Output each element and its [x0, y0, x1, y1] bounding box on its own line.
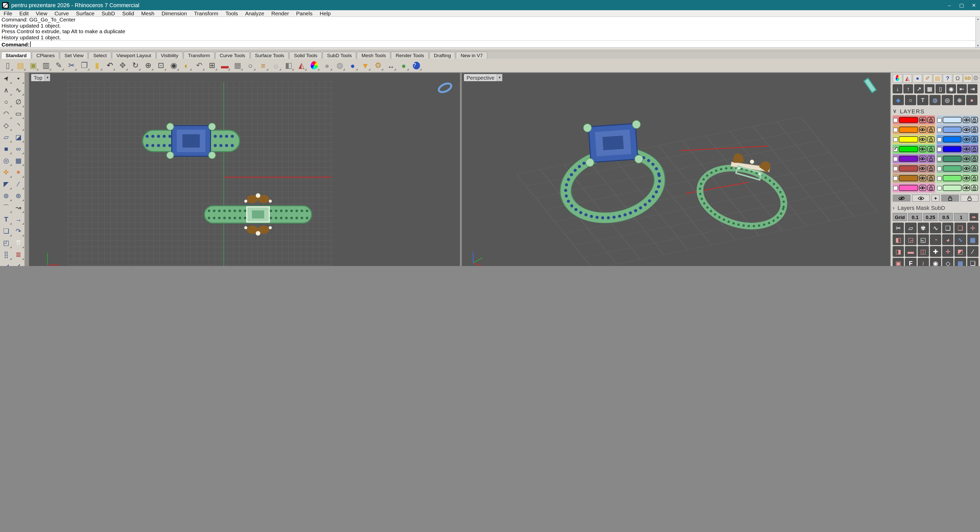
layer-lock-icon[interactable]: [927, 185, 934, 191]
layer-color-swatch[interactable]: [899, 175, 918, 181]
quarters-icon[interactable]: ◩: [955, 246, 966, 257]
viewport-perspective[interactable]: Perspective▼: [461, 73, 891, 266]
quad-sphere-icon[interactable]: ◇: [942, 258, 954, 266]
layer-lock-icon[interactable]: [971, 156, 978, 162]
layer-checkbox[interactable]: [893, 118, 898, 122]
grid-size-button[interactable]: 1: [954, 213, 968, 221]
layer-color-swatch[interactable]: [899, 117, 918, 123]
pan-icon[interactable]: ✥: [116, 59, 129, 71]
layer-checkbox[interactable]: [937, 147, 942, 151]
document-icon[interactable]: ▯: [935, 84, 945, 94]
tiles-icon[interactable]: ◧: [892, 234, 904, 245]
layers-mask-subd-section[interactable]: › Layers Mask SubD: [892, 205, 978, 211]
circle-icon[interactable]: ○: [0, 96, 12, 108]
toolbar-tab[interactable]: Solid Tools: [290, 52, 322, 59]
panel-gear-icon[interactable]: ⚙: [973, 74, 979, 81]
layer-lock-icon[interactable]: [971, 165, 978, 172]
paste-icon[interactable]: ▮: [91, 59, 103, 71]
layer-checkbox[interactable]: [893, 186, 898, 190]
boolean-intersect-icon[interactable]: ⊚: [0, 190, 12, 202]
toolbar-tab[interactable]: Select: [89, 52, 111, 59]
layer-row[interactable]: [936, 135, 978, 144]
spotlight-icon[interactable]: ▼: [359, 59, 371, 71]
material-sphere-icon[interactable]: ●: [913, 74, 922, 82]
layer-row[interactable]: [936, 183, 978, 192]
rotate-view-icon[interactable]: ↻: [129, 59, 142, 71]
boolean-difference-icon[interactable]: ⊛: [12, 190, 24, 202]
rendered-photo-icon[interactable]: ●: [398, 59, 410, 71]
split-icon[interactable]: ∕: [12, 178, 24, 190]
layer-eye-icon[interactable]: [919, 146, 926, 152]
color-wheel-icon[interactable]: ●: [308, 59, 320, 71]
layer-row[interactable]: [892, 145, 935, 154]
viewport-label-top[interactable]: Top▼: [31, 74, 50, 81]
layer-row[interactable]: [892, 164, 935, 173]
help-window-icon[interactable]: ?: [943, 74, 952, 82]
new-file-icon[interactable]: ▯: [2, 59, 14, 71]
toolbar-tab[interactable]: Surface Tools: [250, 52, 289, 59]
layer-lock-icon[interactable]: [927, 175, 934, 181]
show-all-layers-button[interactable]: [912, 195, 930, 202]
undo-view-icon[interactable]: ↶: [193, 59, 205, 71]
dimension-icon[interactable]: ↔: [385, 59, 397, 71]
menu-item[interactable]: Analyze: [242, 10, 268, 16]
toolbar-tab[interactable]: Viewport Layout: [112, 52, 156, 59]
layer-color-swatch[interactable]: [942, 165, 962, 172]
layer-row[interactable]: [936, 145, 978, 154]
layer-row[interactable]: [936, 164, 978, 173]
layer-eye-icon[interactable]: [919, 185, 926, 191]
image-icon[interactable]: ▦: [925, 84, 934, 94]
lock-icon[interactable]: ◧: [283, 59, 295, 71]
cut-tool-icon[interactable]: ✂: [892, 222, 904, 233]
zoom-window-icon[interactable]: ⊡: [155, 59, 167, 71]
viewport-label-perspective[interactable]: Perspective▼: [464, 74, 502, 81]
toolbar-tab[interactable]: New in V7: [456, 52, 487, 59]
annotate-icon[interactable]: ✎: [52, 59, 65, 71]
close-button[interactable]: ✕: [968, 0, 980, 10]
half-left-icon[interactable]: ◨: [892, 246, 904, 257]
zoom-selection-icon[interactable]: ◎: [942, 95, 953, 105]
layer-lock-icon[interactable]: [927, 136, 934, 143]
quad-icon[interactable]: ◱: [917, 234, 929, 245]
prev-icon[interactable]: ⇤: [957, 84, 967, 94]
zoom-dynamic-icon[interactable]: ⊕: [142, 59, 154, 71]
trim-tool-icon[interactable]: ▱: [905, 222, 916, 233]
layer-color-swatch[interactable]: [899, 156, 918, 162]
layer-color-swatch[interactable]: [942, 146, 962, 152]
menu-item[interactable]: Mesh: [138, 10, 158, 16]
select-arrow-icon[interactable]: ➤: [0, 73, 12, 84]
layer-color-swatch[interactable]: [942, 156, 962, 162]
shaded-sphere-icon[interactable]: ●: [321, 59, 333, 71]
chevron-down-icon[interactable]: ▼: [496, 74, 502, 81]
center-mark-icon[interactable]: ✛: [967, 222, 978, 233]
undo-icon[interactable]: ↶: [104, 59, 116, 71]
layer-eye-icon[interactable]: [919, 127, 926, 133]
menu-item[interactable]: Dimension: [158, 10, 190, 16]
layer-checkbox[interactable]: [893, 127, 898, 132]
layer-checkbox[interactable]: [937, 157, 942, 161]
arc-handle-icon[interactable]: ◔: [930, 234, 942, 245]
blend-curve-icon[interactable]: ⌒: [0, 202, 12, 213]
grid-size-button[interactable]: 0.25: [923, 213, 938, 221]
layer-checkbox[interactable]: [937, 176, 942, 181]
distribute-icon[interactable]: ≣: [12, 249, 24, 260]
array-icon[interactable]: ⣿: [0, 249, 12, 260]
layer-lock-icon[interactable]: [927, 127, 934, 133]
grid-size-button[interactable]: Grid: [892, 213, 907, 221]
toolbar-tab[interactable]: Visibility: [156, 52, 183, 59]
layer-row[interactable]: [892, 125, 935, 134]
properties-icon[interactable]: ≡: [257, 59, 269, 71]
layer-checkbox[interactable]: [937, 127, 942, 132]
bar-icon[interactable]: ▬: [905, 246, 916, 257]
menu-item[interactable]: File: [0, 10, 16, 16]
layer-color-swatch[interactable]: [899, 185, 918, 191]
panel-grid-icon[interactable]: ▦: [967, 234, 978, 245]
layer-row[interactable]: [892, 183, 935, 192]
layer-lock-icon[interactable]: [927, 146, 934, 152]
circle-center-icon[interactable]: ○: [244, 59, 256, 71]
layer-eye-icon[interactable]: [963, 165, 970, 172]
torus-icon[interactable]: ◎: [0, 155, 12, 167]
add-layer-button[interactable]: +: [931, 195, 940, 202]
render-sphere-icon[interactable]: ●: [347, 59, 359, 71]
layer-lock-icon[interactable]: [927, 117, 934, 123]
